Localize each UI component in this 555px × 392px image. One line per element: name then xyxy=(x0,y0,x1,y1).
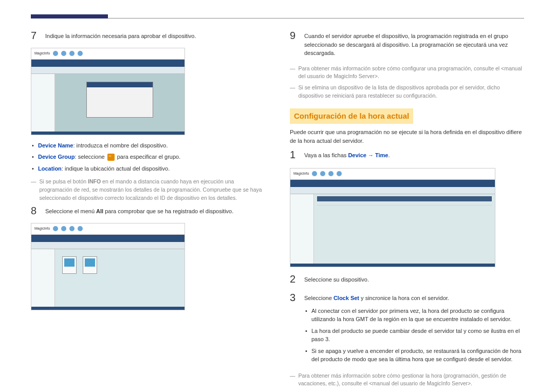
dash-icon: ― xyxy=(290,65,295,81)
sidebar xyxy=(31,74,55,132)
substeps: 1 Vaya a las fichas Device → Time. Magic… xyxy=(290,149,524,388)
screenshot-body xyxy=(31,74,184,132)
screenshot-device-list: MagicInfo xyxy=(31,223,185,310)
step-body: Seleccione el menú All para comprobar qu… xyxy=(45,205,265,219)
t: y sincronice la hora con el servidor. xyxy=(359,295,449,301)
bullet-device-name: Device Name: introduzca el nombre del di… xyxy=(31,141,265,150)
step-number: 1 xyxy=(290,149,297,163)
text: : indique la ubicación actual del dispos… xyxy=(62,165,170,172)
toolbar-icon xyxy=(61,51,66,56)
t: Vaya a las fichas xyxy=(304,152,348,158)
arrow: → xyxy=(366,152,375,158)
app-title: MagicInfo xyxy=(34,226,50,232)
step-number: 7 xyxy=(31,30,38,44)
step-text: Seleccione su dispositivo. xyxy=(304,275,524,284)
label: Device Group xyxy=(38,154,75,160)
text: : introduzca el nombre del dispositivo. xyxy=(73,142,168,148)
main-canvas xyxy=(55,74,184,132)
bullet: Al conectar con el servidor por primera … xyxy=(304,307,524,324)
clock-set-link: Clock Set xyxy=(334,295,359,301)
screenshot-time-tab: MagicInfo xyxy=(290,168,495,267)
dash-icon: ― xyxy=(290,84,295,100)
substep-2: 2 Seleccione su dispositivo. xyxy=(290,273,524,287)
time-link: Time xyxy=(375,152,388,158)
sidebar xyxy=(31,249,55,307)
ribbon-bar xyxy=(31,60,184,67)
sub-ribbon xyxy=(31,242,184,249)
sub-ribbon xyxy=(31,67,184,74)
text: para especificar el grupo. xyxy=(116,154,181,160)
section-heading: Configuración de la hora actual xyxy=(290,108,413,124)
step-body: Seleccione Clock Set y sincronice la hor… xyxy=(304,292,524,367)
app-title: MagicInfo xyxy=(34,51,50,57)
note-text: Si se pulsa el botón INFO en el mando a … xyxy=(40,178,266,202)
toolbar-icon xyxy=(53,51,58,56)
note-text: Para obtener más información sobre cómo … xyxy=(299,65,525,81)
app-title: MagicInfo xyxy=(293,171,309,177)
device-link: Device xyxy=(348,152,366,158)
bullet: La hora del producto se puede cambiar de… xyxy=(304,327,524,344)
t: . xyxy=(388,152,390,158)
section-intro: Puede ocurrir que una programación no se… xyxy=(290,128,524,145)
device-grid xyxy=(55,249,184,281)
table-header xyxy=(317,196,492,201)
note-text: Si se elimina un dispositivo de la lista… xyxy=(299,84,525,100)
step-text: Seleccione el menú All para comprobar qu… xyxy=(45,207,265,216)
step-body: Indique la información necesaria para ap… xyxy=(45,30,265,44)
substep-3: 3 Seleccione Clock Set y sincronice la h… xyxy=(290,292,524,367)
label: Location xyxy=(38,165,62,172)
right-column: 9 Cuando el servidor apruebe el disposit… xyxy=(290,30,524,391)
table-row xyxy=(317,201,492,206)
statusbar xyxy=(290,264,495,267)
left-column: 7 Indique la información necesaria para … xyxy=(31,30,265,391)
two-column-layout: 7 Indique la información necesaria para … xyxy=(31,30,524,391)
toolbar-icon xyxy=(78,226,83,231)
t: Seleccione xyxy=(304,295,334,301)
bullet-device-group: Device Group: seleccione para especifica… xyxy=(31,153,265,161)
document-page: 7 Indique la información necesaria para … xyxy=(0,0,555,392)
bullet: Si se apaga y vuelve a encender el produ… xyxy=(304,347,524,364)
toolbar-icon xyxy=(312,171,317,176)
step-number: 2 xyxy=(290,273,297,287)
text: : seleccione xyxy=(75,154,106,160)
step-body: Vaya a las fichas Device → Time. xyxy=(304,149,524,163)
statusbar xyxy=(31,307,184,310)
step-number: 3 xyxy=(290,292,297,367)
toolbar-icon xyxy=(69,226,75,231)
step-text: Vaya a las fichas Device → Time. xyxy=(304,151,524,160)
screenshot-body xyxy=(290,194,495,264)
step-number: 8 xyxy=(31,205,38,219)
screenshot-body xyxy=(31,249,184,307)
label: Device Name xyxy=(38,142,73,148)
t: para comprobar que se ha registrado el d… xyxy=(103,208,233,214)
approve-dialog xyxy=(86,82,153,118)
main-canvas xyxy=(55,249,184,307)
step-8: 8 Seleccione el menú All para comprobar … xyxy=(31,205,265,219)
toolbar-icon xyxy=(328,171,334,176)
ribbon-bar xyxy=(290,180,495,187)
step9-note1: ― Para obtener más información sobre cóm… xyxy=(290,65,524,81)
dialog-header xyxy=(87,82,153,87)
substep-1: 1 Vaya a las fichas Device → Time. xyxy=(290,149,524,163)
bullet-location: Location: indique la ubicación actual de… xyxy=(31,164,265,173)
step7-note: ― Si se pulsa el botón INFO en el mando … xyxy=(31,178,265,202)
ellipsis-icon xyxy=(107,154,115,161)
step-text: Seleccione Clock Set y sincronice la hor… xyxy=(304,294,524,303)
statusbar xyxy=(31,132,184,135)
device-tile xyxy=(83,256,97,274)
step-text: Indique la información necesaria para ap… xyxy=(45,32,265,41)
t-bold: All xyxy=(96,208,103,214)
device-tile xyxy=(62,256,77,274)
main-canvas xyxy=(314,194,495,264)
toolbar-icon xyxy=(61,226,66,231)
sub-ribbon xyxy=(290,187,495,194)
toolbar-icon xyxy=(69,51,75,56)
dash-icon: ― xyxy=(31,178,36,202)
dash-icon: ― xyxy=(290,372,295,388)
note-text: Para obtener más información sobre cómo … xyxy=(299,372,525,388)
header-rule xyxy=(31,14,524,18)
step-9: 9 Cuando el servidor apruebe el disposit… xyxy=(290,30,524,61)
screenshot-topbar: MagicInfo xyxy=(31,48,184,60)
t-bold: INFO xyxy=(88,178,101,184)
toolbar-icon xyxy=(78,51,83,56)
